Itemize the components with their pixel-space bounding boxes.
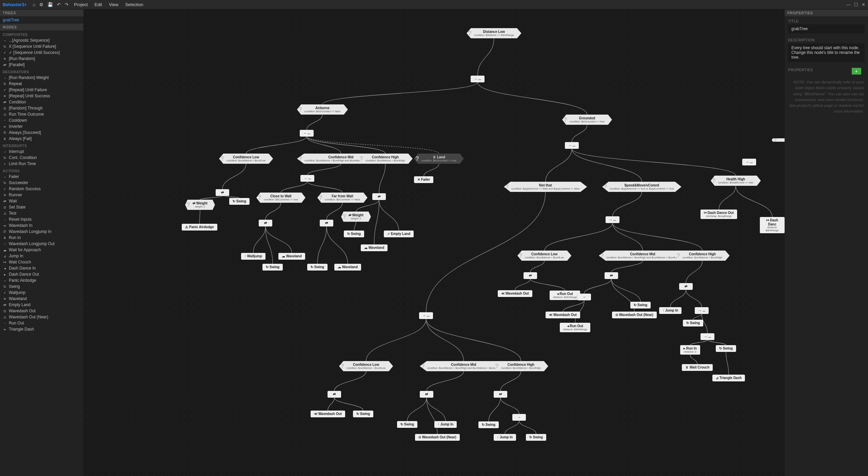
graph-node[interactable]: ↻ Swing: [716, 345, 736, 352]
graph-node[interactable]: ≪ Wavedash Out: [546, 312, 580, 318]
graph-node[interactable]: ↦ Dash Dance OutminDelay: $longRange: [701, 210, 737, 219]
action-item[interactable]: ⊙Set State: [0, 204, 83, 210]
graph-node[interactable]: ↑ Jump In: [494, 434, 516, 441]
graph-node[interactable]: ◂ Run Outdistance: $dlmRange: [550, 291, 580, 300]
graph-node[interactable]: ↻ Swing: [630, 302, 651, 309]
composite-item[interactable]: ↻X [Sequence Until Failure]: [0, 43, 83, 49]
decorator-item[interactable]: ⊙[Random] Through: [0, 105, 83, 111]
graph-node[interactable]: ◂ Run Outdistance: $dlmRange: [560, 323, 590, 332]
action-item[interactable]: ✓Walljump: [0, 290, 83, 296]
graph-node[interactable]: ↦ Dash Dancdistance: $dlmRange: [760, 217, 785, 233]
graph-node[interactable]: ⇄: [320, 220, 333, 226]
graph-node[interactable]: ⇄: [216, 189, 229, 196]
add-property-button[interactable]: +: [852, 68, 861, 75]
graph-node[interactable]: ?⏸ Landcondition: $isGrounded == true: [414, 154, 464, 164]
graph-node[interactable]: ?Confidence Highcondition: $confidence >…: [358, 154, 413, 164]
gear-icon[interactable]: ⚙: [39, 2, 43, 7]
description-input[interactable]: [788, 43, 865, 62]
canvas[interactable]: ?Distance Lowcondition: $distance <= $dl…: [83, 9, 785, 476]
menu-project[interactable]: Project: [74, 2, 87, 7]
graph-node[interactable]: ?Confidence Highcondition: $confidence >…: [494, 361, 548, 371]
graph-node[interactable]: ⇄: [524, 272, 537, 279]
graph-node[interactable]: ⇄: [679, 283, 693, 290]
graph-node[interactable]: ⇄: [494, 391, 507, 398]
action-item[interactable]: ⊙Wavedash Out: [0, 308, 83, 314]
decorator-item[interactable]: ↻Repeat: [0, 81, 83, 87]
graph-node[interactable]: ↻ Swing: [397, 421, 417, 428]
action-item[interactable]: ↑Wavedash Longjump Out: [0, 241, 83, 247]
action-item[interactable]: ◦Run Out: [0, 320, 83, 326]
action-item[interactable]: ✓Random Success: [0, 186, 83, 192]
graph-node[interactable]: ⇄: [259, 220, 272, 226]
action-item[interactable]: ⇄Empty Land: [0, 302, 83, 308]
graph-node[interactable]: → ...: [300, 175, 314, 182]
graph-node[interactable]: ?: [772, 138, 785, 142]
decorator-item[interactable]: ◦Cooldown: [0, 117, 83, 123]
graph-node[interactable]: ⊿ Triangle Dash: [712, 375, 745, 381]
graph-node[interactable]: ✓ Empty Land: [384, 231, 414, 237]
action-item[interactable]: ◂Dash Dance In: [0, 265, 83, 271]
action-item[interactable]: →Panic Airdodge: [0, 277, 83, 283]
graph-node[interactable]: ↻ Swing: [478, 421, 499, 428]
graph-node[interactable]: ⇄: [605, 272, 618, 279]
graph-node[interactable]: →: [512, 414, 526, 421]
graph-node[interactable]: ↑ Walljump: [241, 253, 265, 260]
close-icon[interactable]: ✕: [862, 2, 865, 7]
graph-node[interactable]: ?Confidence Highcondition: $confidence >…: [675, 251, 730, 261]
decorator-item[interactable]: ∞Inverter: [0, 123, 83, 130]
graph-node[interactable]: ☁ Waveland: [334, 264, 361, 271]
graph-node[interactable]: ?Far from Wallcondition: $isCornered == …: [317, 193, 368, 203]
graph-node[interactable]: ↻ Swing: [229, 198, 250, 205]
graph-node[interactable]: ⏸ Wait Crouch: [682, 364, 713, 371]
composite-item[interactable]: ⇄[Parallel]: [0, 62, 83, 68]
decorator-item[interactable]: ⏸Always [Fail]: [0, 136, 83, 142]
graph-node[interactable]: ?Confidence Lowcondition: $confidence < …: [219, 154, 273, 164]
graph-node[interactable]: ?Confidence Lowcondition: $confidence < …: [517, 251, 571, 261]
decorator-item[interactable]: ✕[Repeat] Until Success: [0, 93, 83, 99]
decorator-item[interactable]: ⚠Run Time Outcome: [0, 111, 83, 117]
action-item[interactable]: ▸Dash Dance Out: [0, 271, 83, 277]
menu-edit[interactable]: Edit: [95, 2, 102, 7]
graph-node[interactable]: ↻ Swing: [526, 434, 546, 441]
action-item[interactable]: ◦Reset Inputs: [0, 216, 83, 222]
graph-node[interactable]: → ...: [695, 307, 709, 314]
graph-node[interactable]: ↻ Swing: [344, 231, 364, 237]
graph-node[interactable]: ?$peed&Move/vComrdcondition: $oppAirborn…: [602, 182, 682, 192]
action-item[interactable]: ⏸Run In: [0, 235, 83, 241]
redo-icon[interactable]: ↷: [65, 2, 68, 7]
graph-node[interactable]: ⇄: [372, 193, 386, 200]
action-item[interactable]: ↻Succeeder: [0, 180, 83, 186]
action-item[interactable]: ∞Wavedash In: [0, 222, 83, 229]
graph-node[interactable]: ⇄: [328, 391, 341, 398]
graph-node[interactable]: → ...: [701, 333, 714, 340]
action-item[interactable]: ⇄Wait: [0, 198, 83, 204]
graph-node[interactable]: ?Confidence Lowcondition: $confidence < …: [339, 361, 393, 371]
composite-item[interactable]: ✓✓ [Sequence Until Success]: [0, 49, 83, 56]
decorator-item[interactable]: ⏱Always [Succeed]: [0, 130, 83, 136]
graph-node[interactable]: → ...: [742, 159, 756, 165]
graph-node[interactable]: ✕ Failer: [414, 176, 433, 183]
graph-node[interactable]: ↻ Swing: [683, 320, 703, 326]
menu-selection[interactable]: Selection: [125, 2, 143, 7]
decorator-item[interactable]: →[Run Random] Weight: [0, 75, 83, 81]
graph-node[interactable]: → ...: [300, 130, 314, 137]
graph-node[interactable]: → ...: [565, 142, 579, 149]
action-item[interactable]: ✕Runner: [0, 192, 83, 198]
title-input[interactable]: [788, 24, 865, 33]
graph-node[interactable]: ≪ Wavedash Out: [498, 290, 532, 297]
graph-node[interactable]: → ...: [419, 312, 433, 319]
minimize-icon[interactable]: —: [846, 2, 851, 7]
home-icon[interactable]: ⌂: [33, 2, 35, 7]
graph-node[interactable]: ?Not thatcondition: $oppAirborne == fals…: [504, 182, 587, 192]
graph-node[interactable]: ≪ Wavedash Out: [311, 411, 345, 417]
graph-node[interactable]: ?Confidence Midcondition: $confidence > …: [599, 251, 687, 261]
interrupt-item[interactable]: ↻Cont. Condition: [0, 155, 83, 161]
decorator-item[interactable]: ✓[Repeat] Until Failure: [0, 87, 83, 93]
graph-node[interactable]: ⊙ Wavedash Out (Near): [612, 312, 657, 318]
action-item[interactable]: ☁Wait for Approach: [0, 247, 83, 253]
action-item[interactable]: ⚠Test: [0, 210, 83, 216]
graph-node[interactable]: ↻ Swing: [307, 264, 328, 271]
undo-icon[interactable]: ↶: [57, 2, 61, 7]
action-item[interactable]: →Failer: [0, 174, 83, 180]
maximize-icon[interactable]: ☐: [854, 2, 858, 7]
